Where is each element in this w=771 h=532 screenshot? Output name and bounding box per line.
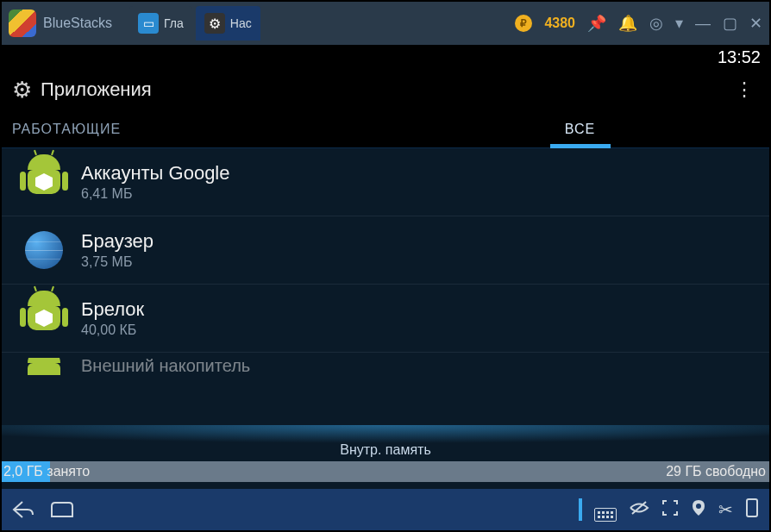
app-size: 40,00 КБ <box>81 322 144 338</box>
overflow-menu-icon[interactable]: ⋮ <box>730 78 759 101</box>
globe-icon <box>25 231 63 269</box>
app-title: BlueStacks <box>43 16 112 31</box>
target-icon[interactable]: ◎ <box>649 14 663 33</box>
back-button[interactable] <box>12 500 34 519</box>
coin-count: 4380 <box>544 16 575 31</box>
maximize-icon[interactable]: ▢ <box>723 14 737 33</box>
app-window: BlueStacks ▭ Гла ⚙ Нас ₽ 4380 📌 🔔 ◎ ▾ — … <box>0 0 771 532</box>
gear-tab-icon: ⚙ <box>204 13 225 34</box>
caret-down-icon[interactable]: ▾ <box>675 14 683 33</box>
pin-icon[interactable]: 📌 <box>587 14 606 33</box>
status-bar: 13:52 <box>2 45 769 69</box>
tab-label: ВСЕ <box>565 122 595 137</box>
action-bar: ⚙ Приложения ⋮ <box>2 69 769 110</box>
home-button[interactable] <box>50 500 74 519</box>
visibility-off-icon[interactable] <box>629 500 649 520</box>
tab-label: Нас <box>230 16 252 30</box>
fullscreen-icon[interactable] <box>661 499 679 521</box>
back-icon <box>12 500 34 519</box>
apps-tabs: РАБОТАЮЩИЕ ВСЕ <box>2 110 769 148</box>
app-row[interactable]: Браузер 3,75 МБ <box>2 216 769 285</box>
storage-meter: 2,0 ГБ занято 29 ГБ свободно <box>2 461 769 482</box>
tab-all[interactable]: ВСЕ <box>391 110 769 147</box>
tab-settings[interactable]: ⚙ Нас <box>196 6 260 41</box>
home-icon <box>50 501 74 518</box>
page-title: Приложения <box>41 78 730 101</box>
nav-bar: ✂ <box>2 489 769 530</box>
app-size: 6,41 МБ <box>81 186 230 202</box>
settings-gear-icon: ⚙ <box>12 77 32 103</box>
app-name: Браузер <box>81 230 154 253</box>
app-name: Внешний накопитель <box>81 356 250 376</box>
app-name: Брелок <box>81 298 144 321</box>
app-list[interactable]: Аккаунты Google 6,41 МБ Браузер 3,75 МБ <box>2 148 769 441</box>
android-app-icon <box>22 160 66 203</box>
titlebar-right: ₽ 4380 📌 🔔 ◎ ▾ — ▢ ✕ <box>515 14 762 33</box>
android-app-icon <box>22 358 66 375</box>
storage-used-text: 2,0 ГБ занято <box>2 464 90 479</box>
app-row[interactable]: Аккаунты Google 6,41 МБ <box>2 148 769 216</box>
close-icon[interactable]: ✕ <box>749 14 762 33</box>
tab-home[interactable]: ▭ Гла <box>129 6 192 41</box>
home-tab-icon: ▭ <box>138 13 159 34</box>
storage-label: Внутр. память <box>2 441 769 458</box>
tab-working[interactable]: РАБОТАЮЩИЕ <box>2 110 391 147</box>
coin-icon: ₽ <box>515 15 532 32</box>
location-icon[interactable] <box>691 498 706 522</box>
tab-label: РАБОТАЮЩИЕ <box>12 122 121 137</box>
bluestacks-logo-icon <box>9 9 36 37</box>
app-name: Аккаунты Google <box>81 162 230 185</box>
keyboard-icon[interactable] <box>594 498 617 522</box>
scissors-icon[interactable]: ✂ <box>718 499 733 520</box>
storage-section: Внутр. память 2,0 ГБ занято 29 ГБ свобод… <box>2 441 769 489</box>
android-screen: 13:52 ⚙ Приложения ⋮ РАБОТАЮЩИЕ ВСЕ Акка… <box>2 45 769 489</box>
minimize-icon[interactable]: — <box>695 15 711 33</box>
app-row[interactable]: Внешний накопитель <box>2 353 769 377</box>
bell-icon[interactable]: 🔔 <box>618 14 637 33</box>
storage-free-text: 29 ГБ свободно <box>666 464 766 479</box>
titlebar: BlueStacks ▭ Гла ⚙ Нас ₽ 4380 📌 🔔 ◎ ▾ — … <box>2 2 769 45</box>
app-row[interactable]: Брелок 40,00 КБ <box>2 285 769 353</box>
device-icon[interactable] <box>745 498 759 523</box>
android-app-icon <box>22 297 66 340</box>
svg-rect-2 <box>747 499 757 516</box>
indicator-icon[interactable] <box>579 500 582 520</box>
status-time: 13:52 <box>718 47 761 67</box>
browser-app-icon <box>22 228 66 272</box>
tab-label: Гла <box>164 16 184 30</box>
app-size: 3,75 МБ <box>81 254 154 270</box>
svg-point-1 <box>696 504 701 509</box>
